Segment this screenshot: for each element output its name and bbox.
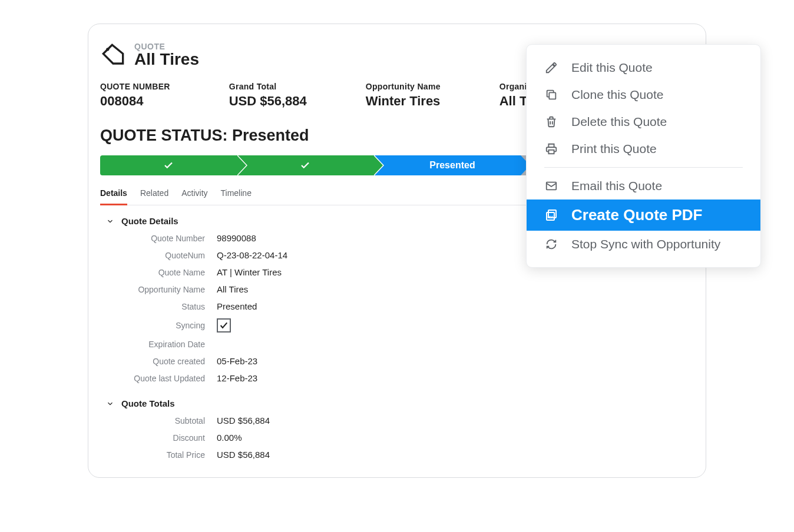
tag-icon — [100, 42, 126, 68]
menu-item-label: Print this Quote — [571, 142, 657, 156]
detail-label: Syncing — [106, 321, 217, 330]
mail-icon — [544, 179, 558, 193]
detail-value: USD $56,884 — [217, 450, 270, 460]
svg-rect-1 — [549, 92, 555, 99]
menu-item-create-quote-pdf[interactable]: PDFCreate Quote PDF — [527, 200, 760, 231]
detail-value: Presented — [217, 301, 257, 311]
detail-label: Discount — [106, 433, 217, 443]
menu-item-email-this-quote[interactable]: Email this Quote — [527, 172, 760, 200]
detail-value: All Tires — [217, 284, 248, 294]
check-icon — [300, 160, 310, 171]
summary-label: Opportunity Name — [366, 82, 441, 91]
section-title: Quote Details — [121, 216, 178, 226]
tab-related[interactable]: Related — [140, 184, 168, 205]
menu-item-print-this-quote[interactable]: Print this Quote — [527, 135, 760, 162]
check-icon — [219, 321, 229, 330]
progress-step-done-2[interactable] — [237, 155, 373, 175]
progress-step-done-1[interactable] — [100, 155, 237, 175]
section-quote-totals: Quote Totals SubtotalUSD $56,884Discount… — [106, 398, 694, 460]
summary-label: QUOTE NUMBER — [100, 82, 170, 91]
detail-row: Total PriceUSD $56,884 — [106, 450, 694, 460]
menu-item-stop-sync-with-opportunity[interactable]: Stop Sync with Opportunity — [527, 231, 760, 258]
chevron-down-icon — [106, 217, 114, 225]
detail-value — [217, 318, 231, 332]
trash-icon — [544, 115, 558, 129]
summary-label: Grand Total — [229, 82, 307, 91]
print-icon — [544, 142, 558, 156]
summary-grand-total: Grand Total USD $56,884 — [229, 82, 307, 109]
checkbox-checked[interactable] — [217, 318, 231, 332]
menu-item-label: Clone this Quote — [571, 88, 663, 102]
check-icon — [163, 160, 174, 171]
menu-item-label: Create Quote PDF — [571, 206, 703, 224]
detail-value: AT | Winter Tires — [217, 267, 282, 277]
detail-label: QuoteNum — [106, 251, 217, 260]
section-title: Quote Totals — [121, 398, 175, 408]
detail-row: Opportunity NameAll Tires — [106, 284, 694, 294]
detail-value: USD $56,884 — [217, 415, 270, 425]
pencil-icon — [544, 61, 558, 75]
detail-label: Quote last Updated — [106, 374, 217, 383]
progress-step-current[interactable]: Presented — [373, 155, 521, 175]
detail-row: Expiration Date — [106, 340, 694, 349]
detail-row: Syncing — [106, 318, 694, 332]
section-toggle-quote-totals[interactable]: Quote Totals — [106, 398, 694, 408]
detail-value: 05-Feb-23 — [217, 356, 257, 366]
summary-value: 008084 — [100, 94, 170, 109]
detail-row: Quote NameAT | Winter Tires — [106, 267, 694, 277]
summary-value: USD $56,884 — [229, 94, 307, 109]
detail-value: 98990088 — [217, 233, 256, 243]
summary-opportunity: Opportunity Name Winter Tires — [366, 82, 441, 109]
detail-value: 0.00% — [217, 433, 242, 443]
detail-row: StatusPresented — [106, 301, 694, 311]
menu-item-delete-this-quote[interactable]: Delete this Quote — [527, 108, 760, 135]
detail-label: Opportunity Name — [106, 285, 217, 294]
detail-label: Quote created — [106, 357, 217, 366]
progress-step-label: Presented — [429, 160, 475, 171]
detail-value: Q-23-08-22-04-14 — [217, 250, 287, 260]
summary-quote-number: QUOTE NUMBER 008084 — [100, 82, 170, 109]
svg-rect-2 — [548, 150, 554, 154]
tab-details[interactable]: Details — [100, 184, 127, 205]
detail-label: Expiration Date — [106, 340, 217, 349]
detail-label: Quote Name — [106, 268, 217, 277]
quote-card: QUOTE All Tires QUOTE NUMBER 008084 Gran… — [88, 24, 706, 478]
detail-label: Status — [106, 302, 217, 311]
copy-icon — [544, 88, 558, 102]
menu-item-label: Email this Quote — [571, 179, 662, 193]
detail-row: Quote created05-Feb-23 — [106, 356, 694, 366]
menu-item-label: Delete this Quote — [571, 115, 667, 129]
pdf-icon: PDF — [544, 208, 558, 222]
tab-timeline[interactable]: Timeline — [221, 184, 252, 205]
detail-label: Quote Number — [106, 234, 217, 243]
page-title: All Tires — [134, 50, 199, 69]
detail-row: SubtotalUSD $56,884 — [106, 415, 694, 425]
menu-item-label: Stop Sync with Opportunity — [571, 237, 720, 251]
detail-row: Discount0.00% — [106, 433, 694, 443]
menu-item-clone-this-quote[interactable]: Clone this Quote — [527, 81, 760, 108]
chevron-down-icon — [106, 400, 114, 408]
menu-item-label: Edit this Quote — [571, 61, 653, 75]
detail-label: Total Price — [106, 450, 217, 460]
detail-row: Quote last Updated12-Feb-23 — [106, 373, 694, 383]
detail-value: 12-Feb-23 — [217, 373, 257, 383]
summary-value: Winter Tires — [366, 94, 441, 109]
svg-text:PDF: PDF — [548, 215, 554, 219]
svg-point-0 — [106, 48, 109, 51]
menu-item-edit-this-quote[interactable]: Edit this Quote — [527, 54, 760, 81]
detail-label: Subtotal — [106, 416, 217, 425]
sync-icon — [544, 237, 558, 251]
actions-menu: Edit this QuoteClone this QuoteDelete th… — [526, 44, 761, 268]
tab-activity[interactable]: Activity — [181, 184, 207, 205]
menu-divider — [544, 167, 743, 168]
